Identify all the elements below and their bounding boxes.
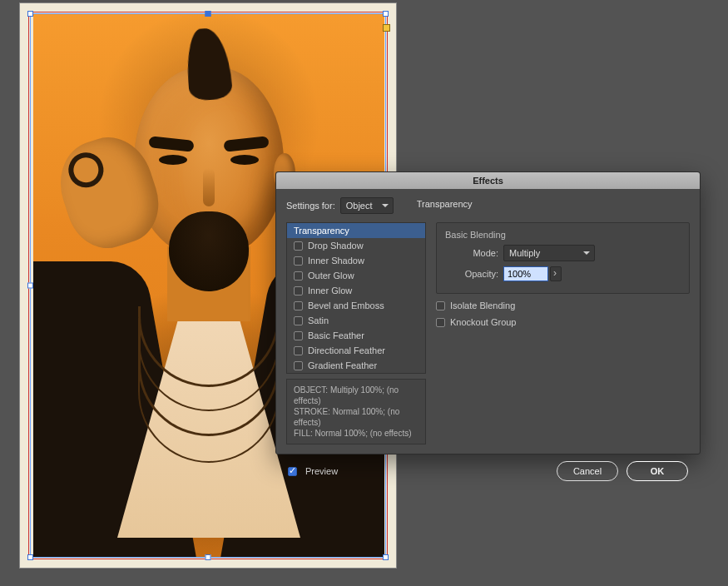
figure-necklaces: [138, 303, 280, 453]
cancel-button[interactable]: Cancel: [557, 461, 618, 481]
effects-dialog: Effects Settings for: Object Transparenc…: [275, 171, 701, 454]
effect-label: Outer Glow: [308, 271, 354, 281]
knockout-group-row[interactable]: Knockout Group: [436, 317, 690, 327]
transparency-section-title: Transparency: [417, 199, 473, 209]
effect-inner-glow[interactable]: Inner Glow: [287, 283, 425, 298]
figure-eye-right: [230, 155, 259, 165]
opacity-input[interactable]: [503, 266, 548, 281]
effect-checkbox[interactable]: [294, 271, 303, 281]
settings-for-label: Settings for:: [286, 201, 335, 211]
knockout-group-checkbox[interactable]: [436, 318, 445, 327]
effect-checkbox[interactable]: [294, 361, 303, 370]
settings-for-value: Object: [346, 201, 373, 211]
resize-handle-nw[interactable]: [27, 11, 33, 17]
effect-label: Directional Feather: [308, 345, 385, 355]
blend-mode-select[interactable]: Multiply: [503, 245, 595, 261]
isolate-blending-checkbox[interactable]: [436, 301, 445, 310]
effect-checkbox[interactable]: [294, 346, 303, 355]
effect-bevel-emboss[interactable]: Bevel and Emboss: [287, 298, 425, 313]
effect-label: Inner Shadow: [308, 256, 364, 266]
ok-button[interactable]: OK: [626, 461, 688, 481]
effect-label: Transparency: [294, 226, 349, 236]
effect-inner-shadow[interactable]: Inner Shadow: [287, 253, 425, 268]
basic-blending-title: Basic Blending: [445, 230, 681, 240]
effect-checkbox[interactable]: [294, 301, 303, 310]
effect-label: Drop Shadow: [308, 241, 364, 251]
effects-list: Transparency Drop Shadow Inner Shadow Ou…: [286, 222, 426, 374]
summary-stroke: STROKE: Normal 100%; (no effects): [294, 406, 418, 428]
effect-gradient-feather[interactable]: Gradient Feather: [287, 358, 425, 373]
preview-label: Preview: [305, 466, 338, 476]
figure-eye-left: [159, 155, 187, 165]
basic-blending-group: Basic Blending Mode: Multiply Opacity:: [436, 222, 690, 294]
resize-handle-sw[interactable]: [27, 554, 33, 560]
figure-beard: [169, 211, 249, 291]
effects-summary: OBJECT: Multiply 100%; (no effects) STRO…: [286, 379, 426, 444]
opacity-stepper[interactable]: [550, 266, 562, 281]
effect-label: Bevel and Emboss: [308, 300, 384, 310]
isolate-blending-row[interactable]: Isolate Blending: [436, 300, 690, 310]
dialog-title[interactable]: Effects: [276, 172, 700, 189]
effect-satin[interactable]: Satin: [287, 313, 425, 328]
blend-mode-value: Multiply: [509, 248, 540, 258]
opacity-label: Opacity:: [445, 269, 498, 279]
effect-checkbox[interactable]: [294, 331, 303, 340]
resize-handle-w[interactable]: [27, 283, 33, 289]
effect-directional-feather[interactable]: Directional Feather: [287, 343, 425, 358]
effect-checkbox[interactable]: [294, 286, 303, 295]
effect-label: Satin: [308, 315, 329, 325]
knockout-group-label: Knockout Group: [450, 317, 517, 327]
effect-checkbox[interactable]: [294, 316, 303, 325]
summary-object: OBJECT: Multiply 100%; (no effects): [294, 385, 418, 406]
isolate-blending-label: Isolate Blending: [450, 300, 515, 310]
effect-basic-feather[interactable]: Basic Feather: [287, 328, 425, 343]
effect-drop-shadow[interactable]: Drop Shadow: [287, 238, 425, 253]
summary-fill: FILL: Normal 100%; (no effects): [294, 428, 418, 439]
effect-outer-glow[interactable]: Outer Glow: [287, 268, 425, 283]
effect-label: Basic Feather: [308, 330, 364, 340]
settings-for-select[interactable]: Object: [340, 197, 394, 214]
effect-label: Gradient Feather: [308, 360, 377, 370]
mode-label: Mode:: [445, 248, 498, 258]
figure-nose: [203, 168, 215, 206]
effect-label: Inner Glow: [308, 286, 352, 295]
preview-checkbox[interactable]: [288, 467, 297, 476]
effect-checkbox[interactable]: [294, 256, 303, 266]
effect-transparency[interactable]: Transparency: [287, 223, 425, 238]
effect-checkbox[interactable]: [294, 241, 303, 251]
